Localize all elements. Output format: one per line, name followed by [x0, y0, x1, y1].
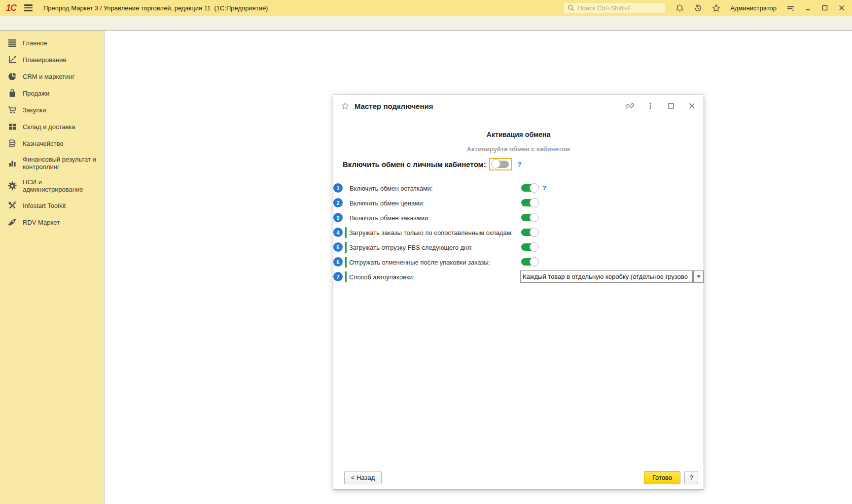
- planning-icon: [8, 55, 17, 64]
- main-menu-icon[interactable]: [24, 4, 33, 11]
- step-number-badge: 5: [333, 242, 343, 252]
- step-number-badge: 3: [333, 213, 343, 222]
- sidebar-item-9[interactable]: НСИ и администрирование: [0, 174, 104, 197]
- sidebar-item-label: Казначейство: [23, 140, 63, 147]
- sections-panel: ГлавноеПланированиеCRM и маркетингПродаж…: [0, 31, 105, 504]
- rocket-icon: [8, 218, 17, 227]
- sidebar-item-6[interactable]: Склад и доставка: [0, 118, 104, 135]
- row-toggle[interactable]: [521, 229, 538, 236]
- connection-wizard-dialog: Мастер подключения Активация: [333, 95, 704, 490]
- sidebar-item-label: Продажи: [23, 90, 49, 97]
- wizard-row-5: 5Загружать отгрузку FBS следующего дня:: [333, 240, 704, 255]
- sidebar-item-label: Закупки: [23, 106, 46, 114]
- wizard-row-2: 2Включить обмен ценами:: [333, 196, 704, 210]
- grid-icon: [8, 122, 17, 131]
- row-toggle[interactable]: [521, 258, 538, 266]
- search-input[interactable]: [577, 4, 656, 12]
- sidebar-item-label: Финансовый результат и контроллинг: [23, 156, 100, 170]
- main-exchange-toggle[interactable]: [489, 158, 512, 170]
- pie-chart-icon: [8, 72, 17, 81]
- favorites-star-icon[interactable]: [712, 4, 720, 12]
- row-label: Загружать отгрузку FBS следующего дня:: [349, 244, 473, 251]
- wizard-row-4: 4Загружать заказы только по сопоставленн…: [333, 225, 704, 240]
- functions-menu-icon[interactable]: [786, 4, 795, 12]
- 1c-logo: 1С: [6, 3, 16, 13]
- row-label: Включить обмен остатками:: [350, 185, 433, 192]
- sidebar-item-7[interactable]: Казначейство: [0, 135, 104, 152]
- autopack-select: Каждый товар в отдельную коробку (отдель…: [520, 270, 704, 283]
- row-label: Включить обмен заказами:: [350, 214, 430, 222]
- bar-chart-icon: [8, 159, 17, 168]
- wizard-row-3: 3Включить обмен заказами:: [333, 210, 704, 225]
- sidebar-item-label: Склад и доставка: [23, 123, 75, 131]
- sidebar-item-label: Планирование: [23, 56, 67, 64]
- toolbar-strip: [0, 16, 852, 31]
- history-icon[interactable]: [694, 4, 702, 12]
- row-label: Включить обмен ценами:: [350, 200, 425, 207]
- back-button[interactable]: < Назад: [344, 471, 382, 484]
- step-number-badge: 7: [333, 272, 343, 281]
- dialog-help-button[interactable]: ?: [684, 471, 698, 484]
- autopack-select-value[interactable]: Каждый товар в отдельную коробку (отдель…: [520, 270, 693, 283]
- tools-icon: [8, 201, 17, 210]
- favorite-star-icon[interactable]: [341, 102, 349, 110]
- step-title: Активация обмена: [333, 131, 704, 138]
- get-link-icon[interactable]: [626, 102, 634, 110]
- close-window-button[interactable]: [838, 4, 845, 11]
- main-exchange-row: Включить обмен с личным кабинетом: ?: [333, 157, 704, 171]
- indent-marker: [345, 242, 347, 253]
- chevron-down-icon: [697, 275, 701, 278]
- row-toggle[interactable]: [521, 199, 538, 206]
- cart-icon: [8, 105, 17, 114]
- sidebar-item-label: Infostart Toolkit: [23, 202, 66, 209]
- more-menu-icon[interactable]: [646, 102, 654, 110]
- row-label: Загружать заказы только по сопоставленны…: [349, 229, 513, 236]
- minimize-button[interactable]: [805, 4, 812, 11]
- menu-icon: [8, 38, 17, 47]
- step-number-badge: 6: [333, 257, 343, 267]
- row-label: Отгружать отмененные после упаковки зака…: [349, 259, 490, 266]
- dialog-title: Мастер подключения: [355, 102, 433, 110]
- indent-marker: [345, 257, 347, 268]
- sidebar-item-1[interactable]: Главное: [0, 34, 104, 51]
- bag-icon: [8, 89, 17, 98]
- top-bar: 1С Препрод Маркет 3 / Управление торговл…: [0, 0, 852, 16]
- step-number-badge: 1: [333, 183, 343, 193]
- row-help-link[interactable]: ?: [542, 184, 546, 192]
- wizard-row-1: 1Включить обмен остатками:?: [333, 181, 704, 196]
- sidebar-item-4[interactable]: Продажи: [0, 85, 104, 101]
- global-search[interactable]: [563, 2, 666, 14]
- select-dropdown-button[interactable]: [693, 270, 704, 283]
- sidebar-item-label: CRM и маркетинг: [23, 73, 74, 80]
- maximize-dialog-icon[interactable]: [667, 102, 675, 110]
- row-toggle[interactable]: [521, 184, 538, 192]
- maximize-button[interactable]: [821, 4, 828, 11]
- dialog-header: Мастер подключения: [333, 95, 704, 117]
- window-title: Препрод Маркет 3 / Управление торговлей,…: [43, 4, 268, 12]
- sidebar-item-2[interactable]: Планирование: [0, 51, 104, 68]
- coins-icon: [8, 139, 17, 148]
- sidebar-item-label: Главное: [23, 39, 47, 47]
- indent-marker: [345, 271, 347, 282]
- close-dialog-icon[interactable]: [688, 102, 696, 110]
- application-window: 1С Препрод Маркет 3 / Управление торговл…: [0, 0, 852, 504]
- gear-icon: [8, 181, 17, 190]
- notifications-bell-icon[interactable]: [675, 4, 684, 12]
- sidebar-item-5[interactable]: Закупки: [0, 101, 104, 118]
- row-label: Способ автоупаковки:: [349, 273, 415, 281]
- step-number-badge: 2: [333, 198, 343, 207]
- sidebar-item-3[interactable]: CRM и маркетинг: [0, 68, 104, 85]
- sidebar-item-11[interactable]: RDV Маркет: [0, 214, 104, 231]
- row-toggle[interactable]: [521, 214, 538, 221]
- wizard-row-6: 6Отгружать отмененные после упаковки зак…: [333, 255, 704, 269]
- step-subtitle: Активируйте обмен с кабинетом: [333, 145, 704, 153]
- current-user[interactable]: Администратор: [730, 4, 777, 12]
- sidebar-item-label: НСИ и администрирование: [23, 178, 100, 193]
- sidebar-item-8[interactable]: Финансовый результат и контроллинг: [0, 152, 104, 174]
- finish-button[interactable]: Готово: [644, 471, 680, 484]
- indent-marker: [345, 227, 347, 238]
- wizard-row-7: 7Способ автоупаковки:Каждый товар в отде…: [333, 269, 704, 284]
- row-toggle[interactable]: [521, 243, 538, 251]
- main-help-link[interactable]: ?: [518, 161, 522, 168]
- sidebar-item-10[interactable]: Infostart Toolkit: [0, 197, 104, 214]
